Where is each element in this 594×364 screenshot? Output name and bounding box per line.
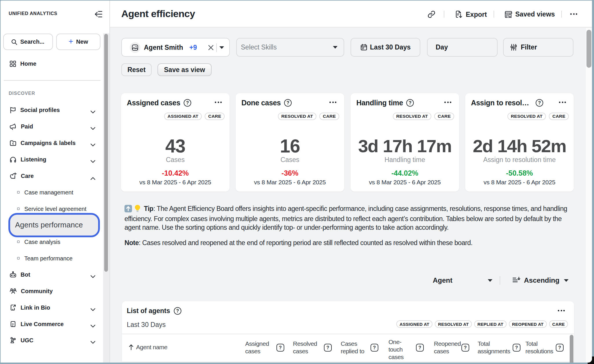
svg-text:?: ? [409,100,411,105]
svg-text:?: ? [186,100,189,105]
svg-text:?: ? [176,308,179,313]
svg-text:?: ? [287,100,289,105]
svg-text:?: ? [538,100,541,105]
